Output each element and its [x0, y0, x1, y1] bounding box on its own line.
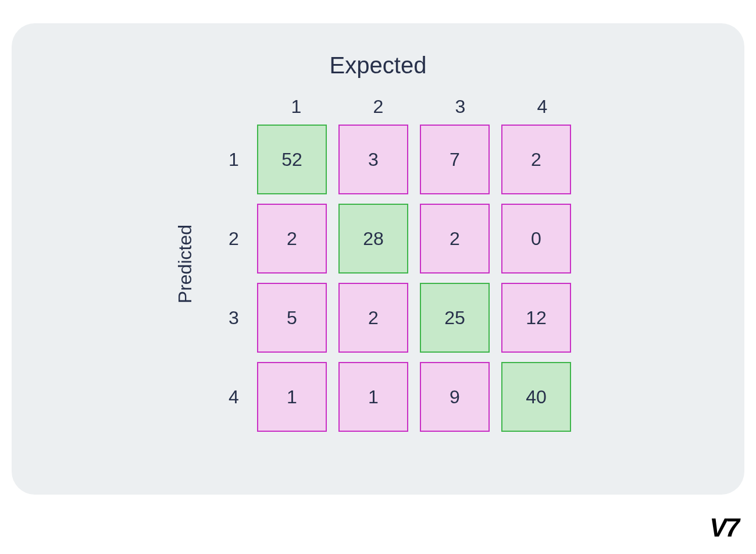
column-headers: 1 2 3 4 [257, 96, 582, 118]
cell-1-1: 52 [257, 125, 327, 194]
matrix-row-2: 2 2 28 2 0 [216, 204, 582, 274]
cell-3-2: 2 [338, 283, 408, 353]
cell-2-1: 2 [257, 204, 327, 274]
cell-3-1: 5 [257, 283, 327, 353]
row-header-1: 1 [216, 149, 251, 171]
cell-4-1: 1 [257, 362, 327, 432]
cell-2-4: 0 [501, 204, 571, 274]
matrix-row-4: 4 1 1 9 40 [216, 362, 582, 432]
cell-1-2: 3 [338, 125, 408, 194]
row-header-3: 3 [216, 307, 251, 329]
matrix-area: Predicted 1 2 3 4 1 52 3 7 2 2 2 [174, 96, 582, 432]
cell-3-4: 12 [501, 283, 571, 353]
cell-1-3: 7 [420, 125, 490, 194]
col-header-3: 3 [421, 96, 500, 118]
matrix-row-1: 1 52 3 7 2 [216, 125, 582, 194]
cell-3-3: 25 [420, 283, 490, 353]
cell-2-3: 2 [420, 204, 490, 274]
cell-4-3: 9 [420, 362, 490, 432]
matrix-row-3: 3 5 2 25 12 [216, 283, 582, 353]
row-header-2: 2 [216, 228, 251, 250]
row-header-4: 4 [216, 386, 251, 408]
y-axis-label: Predicted [174, 225, 196, 303]
confusion-matrix-card: Expected Predicted 1 2 3 4 1 52 3 7 2 2 [12, 23, 744, 495]
v7-logo: V7 [709, 513, 739, 542]
cell-2-2: 28 [338, 204, 408, 274]
col-header-4: 4 [503, 96, 582, 118]
cell-4-2: 1 [338, 362, 408, 432]
matrix-rows: 1 52 3 7 2 2 2 28 2 0 3 5 2 25 [216, 125, 582, 432]
cell-4-4: 40 [501, 362, 571, 432]
col-header-2: 2 [339, 96, 418, 118]
col-header-1: 1 [257, 96, 336, 118]
grid-wrapper: 1 2 3 4 1 52 3 7 2 2 2 28 2 0 [216, 96, 582, 432]
cell-1-4: 2 [501, 125, 571, 194]
x-axis-label: Expected [330, 52, 427, 79]
